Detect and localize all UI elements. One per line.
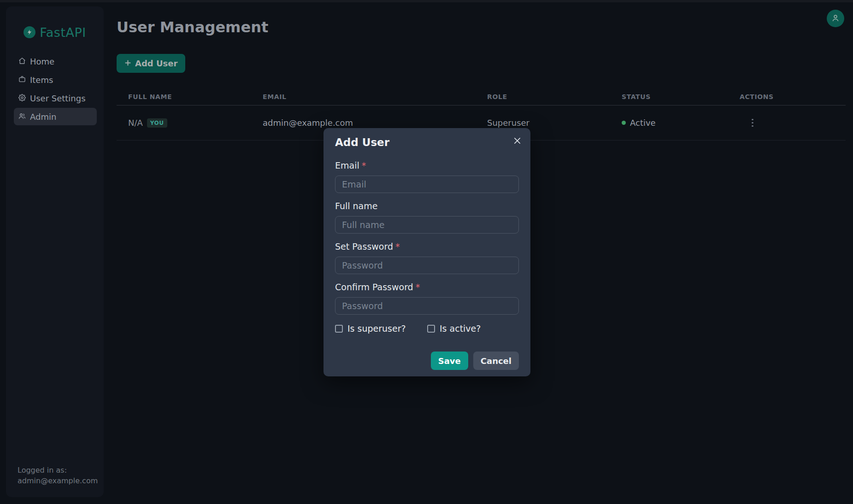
modal-checkboxes-row: Is superuser? Is active? (335, 323, 519, 334)
sidebar-item-label: Admin (30, 112, 56, 122)
label-text: Set Password (335, 241, 393, 252)
close-icon[interactable] (511, 135, 523, 147)
sidebar-item-label: User Settings (30, 94, 86, 103)
is-active-label: Is active? (440, 323, 481, 334)
full-name-field[interactable] (335, 216, 519, 234)
required-marker: * (395, 241, 400, 252)
you-badge: YOU (147, 118, 167, 128)
modal-title: Add User (335, 136, 519, 148)
row-actions-kebab-menu-icon[interactable] (750, 117, 755, 129)
table-header-row: FULL NAME EMAIL ROLE STATUS ACTIONS (117, 88, 846, 105)
add-user-modal: Add User Email* Full name Set Password* … (324, 128, 530, 376)
top-edge-strip (0, 0, 853, 2)
plus-icon (124, 59, 131, 68)
full-name-field-label: Full name (335, 201, 519, 211)
is-superuser-label: Is superuser? (347, 323, 406, 334)
required-marker: * (362, 160, 366, 170)
is-active-checkbox[interactable] (427, 325, 435, 333)
save-button[interactable]: Save (431, 352, 468, 370)
lightning-icon (24, 26, 35, 38)
label-text: Email (335, 160, 359, 170)
is-superuser-checkbox-group[interactable]: Is superuser? (335, 323, 427, 334)
column-header-role: ROLE (476, 93, 610, 100)
email-field-group: Email* (335, 160, 519, 193)
sidebar-nav: Home Items User Settings Admin (6, 53, 104, 125)
is-active-checkbox-group[interactable]: Is active? (427, 323, 481, 334)
logged-in-email: admin@example.com (18, 475, 98, 486)
cell-full-name: N/A YOU (117, 118, 251, 128)
set-password-field-label: Set Password* (335, 241, 519, 252)
confirm-password-field-label: Confirm Password* (335, 282, 519, 292)
sidebar-item-items[interactable]: Items (14, 71, 97, 88)
email-field[interactable] (335, 176, 519, 193)
sidebar-item-admin[interactable]: Admin (14, 108, 97, 125)
sidebar-item-user-settings[interactable]: User Settings (14, 89, 97, 107)
page-title: User Management (117, 18, 268, 36)
label-text: Full name (335, 201, 377, 211)
cancel-button[interactable]: Cancel (473, 352, 519, 370)
column-header-email: EMAIL (251, 93, 476, 100)
confirm-password-field-group: Confirm Password* (335, 282, 519, 315)
is-superuser-checkbox[interactable] (335, 325, 343, 333)
logged-in-as-label: Logged in as: (18, 465, 98, 475)
cell-status: Active (610, 118, 728, 128)
cell-email: admin@example.com (251, 118, 476, 128)
cell-actions (728, 117, 846, 129)
gear-icon (18, 94, 26, 103)
add-user-button-label: Add User (135, 59, 177, 68)
full-name-field-group: Full name (335, 201, 519, 234)
full-name-value: N/A (128, 118, 143, 128)
users-icon (18, 112, 26, 122)
logged-in-info: Logged in as: admin@example.com (18, 465, 98, 486)
briefcase-icon (18, 75, 26, 85)
label-text: Confirm Password (335, 282, 413, 292)
user-avatar-icon (831, 13, 840, 24)
set-password-field[interactable] (335, 257, 519, 274)
cell-role: Superuser (476, 118, 610, 128)
confirm-password-field[interactable] (335, 297, 519, 315)
status-value: Active (630, 118, 656, 128)
sidebar-item-label: Home (30, 57, 54, 66)
brand-name: FastAPI (40, 25, 86, 40)
sidebar-item-label: Items (30, 75, 53, 85)
set-password-field-group: Set Password* (335, 241, 519, 274)
required-marker: * (416, 282, 420, 292)
column-header-full-name: FULL NAME (117, 93, 251, 100)
sidebar: FastAPI Home Items User Settings Admin (6, 6, 104, 497)
home-icon (18, 57, 26, 66)
add-user-button[interactable]: Add User (117, 54, 185, 73)
email-field-label: Email* (335, 160, 519, 170)
column-header-actions: ACTIONS (728, 93, 846, 100)
modal-actions: Save Cancel (335, 352, 519, 370)
column-header-status: STATUS (610, 93, 728, 100)
sidebar-item-home[interactable]: Home (14, 53, 97, 70)
active-status-dot (622, 121, 626, 125)
user-menu-button[interactable] (827, 10, 844, 27)
fastapi-logo: FastAPI (6, 25, 104, 40)
